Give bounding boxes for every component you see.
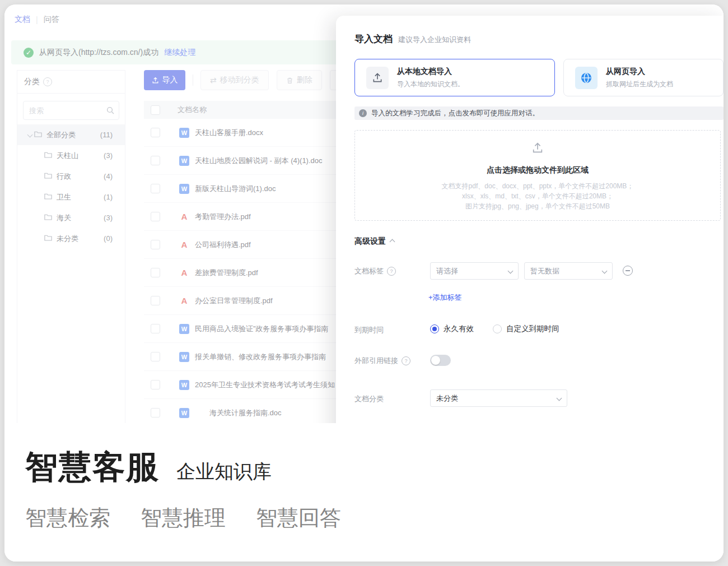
row-checkbox[interactable]	[151, 296, 160, 305]
radio-custom-expire[interactable]	[493, 324, 502, 333]
help-icon	[387, 267, 396, 276]
folder-icon	[44, 172, 52, 180]
document-name: 差旅费管理制度.pdf	[195, 268, 258, 278]
category-label: 天柱山	[57, 151, 78, 161]
doc-category-label: 文档分类	[354, 394, 384, 404]
row-checkbox[interactable]	[151, 156, 160, 165]
document-name: 天柱山地质公园解说词 - 副本 (4)(1).doc	[195, 156, 323, 166]
row-checkbox[interactable]	[151, 240, 160, 249]
category-label: 海关	[57, 213, 71, 223]
hero-tagline: 智慧回答	[256, 504, 341, 532]
category-count: (1)	[104, 193, 113, 201]
word-file-icon: W	[179, 380, 189, 390]
expire-options: 永久有效 自定义到期时间	[430, 324, 559, 334]
select-all-checkbox[interactable]	[151, 105, 160, 115]
tag-key-select[interactable]: 请选择	[430, 262, 519, 280]
search-input[interactable]	[28, 106, 106, 115]
continue-link[interactable]: 继续处理	[164, 48, 195, 58]
sidebar-item-category[interactable]: 天柱山(3)	[17, 145, 125, 166]
radio-permanent[interactable]	[430, 324, 439, 333]
search-icon	[106, 106, 114, 114]
web-import-card[interactable]: 从网页导入 抓取网址后生成为文档	[563, 59, 724, 96]
word-file-icon: W	[179, 408, 189, 418]
web-card-title: 从网页导入	[606, 67, 673, 77]
folder-icon	[44, 214, 52, 222]
category-sidebar: 分类 全部分类(11)天柱山(3)行政(4)卫生(1)海关(3)未分类(0)	[17, 70, 125, 423]
remove-tag-icon[interactable]	[623, 266, 633, 276]
sidebar-item-category[interactable]: 海关(3)	[17, 207, 125, 228]
dropzone-hints: 文档支持pdf、doc、docx、ppt、pptx，单个文件不超过200MB；x…	[355, 181, 720, 211]
row-checkbox[interactable]	[151, 324, 160, 333]
tab-qa[interactable]: 问答	[44, 15, 59, 25]
info-icon	[359, 109, 367, 117]
move-to-category-button[interactable]: ⇄ 移动到分类	[200, 70, 269, 90]
category-label: 卫生	[57, 192, 71, 202]
sidebar-item-category[interactable]: 未分类(0)	[17, 228, 125, 249]
doc-tag-label: 文档标签	[354, 266, 396, 276]
folder-icon	[34, 131, 42, 139]
help-icon	[402, 356, 410, 365]
folder-icon	[44, 193, 52, 201]
modal-title: 导入文档	[354, 33, 393, 45]
import-source-cards: 从本地文档导入 导入本地的知识文档。 从网页导入 抓取网址后生成为文档	[354, 59, 724, 96]
category-count: (3)	[104, 214, 113, 222]
trash-icon	[286, 77, 293, 84]
tab-documents[interactable]: 文档	[15, 15, 30, 25]
web-card-desc: 抓取网址后生成为文档	[606, 80, 673, 89]
upload-icon	[366, 67, 389, 89]
document-name: 海关统计服务指南.doc	[209, 408, 282, 418]
word-file-icon: W	[179, 156, 189, 166]
file-dropzone[interactable]: 点击选择或拖动文件到此区域 文档支持pdf、doc、docx、ppt、pptx，…	[354, 130, 721, 221]
word-file-icon: W	[179, 184, 189, 194]
delete-button[interactable]: 删除	[277, 70, 322, 90]
sidebar-item-category[interactable]: 卫生(1)	[17, 187, 125, 207]
document-name: 新版天柱山导游词(1).doc	[195, 184, 276, 194]
sidebar-item-category[interactable]: 全部分类(11)	[17, 124, 125, 145]
document-name: 民用商品入境验证”政务服务事项办事指南	[195, 324, 328, 334]
chevron-down-icon	[557, 396, 562, 401]
add-tag-link[interactable]: +添加标签	[428, 293, 462, 303]
help-icon	[43, 77, 52, 86]
category-count: (11)	[100, 131, 113, 139]
document-name: 天柱山客服手册.docx	[195, 128, 263, 138]
external-link-toggle[interactable]	[430, 355, 451, 366]
row-checkbox[interactable]	[151, 380, 160, 389]
modal-subtitle: 建议导入企业知识资料	[398, 35, 471, 45]
tag-value-select[interactable]: 暂无数据	[524, 262, 613, 280]
sidebar-header: 分类	[17, 71, 125, 94]
word-file-icon: W	[179, 128, 189, 138]
advanced-settings-toggle[interactable]: 高级设置	[354, 236, 394, 247]
category-search[interactable]	[23, 101, 119, 120]
folder-icon	[44, 151, 52, 160]
dropzone-title: 点击选择或拖动文件到此区域	[355, 165, 720, 175]
success-message: 从网页导入(http://tzs.com.cn/)成功	[39, 48, 158, 58]
custom-expire-option-label: 自定义到期时间	[506, 324, 559, 334]
external-link-label: 外部引用链接	[354, 356, 410, 366]
hero-title: 智慧客服	[25, 446, 160, 489]
row-checkbox[interactable]	[151, 352, 160, 361]
document-name: 公司福利待遇.pdf	[195, 240, 251, 250]
row-checkbox[interactable]	[151, 212, 160, 221]
hero-banner: 智慧客服 企业知识库 智慧检索智慧推理智慧回答	[4, 423, 724, 562]
row-checkbox[interactable]	[151, 408, 160, 417]
chevron-up-icon	[390, 239, 395, 244]
category-tree: 全部分类(11)天柱山(3)行政(4)卫生(1)海关(3)未分类(0)	[17, 124, 125, 249]
toolbar-divider	[193, 75, 193, 86]
row-checkbox[interactable]	[151, 268, 160, 277]
import-button[interactable]: 导入	[144, 70, 185, 90]
local-import-card[interactable]: 从本地文档导入 导入本地的知识文档。	[354, 59, 555, 96]
row-checkbox[interactable]	[151, 184, 160, 193]
local-card-desc: 导入本地的知识文档。	[397, 80, 464, 89]
sidebar-item-category[interactable]: 行政(4)	[17, 166, 125, 187]
doc-category-select[interactable]: 未分类	[430, 389, 567, 407]
hero-subtitle: 企业知识库	[176, 459, 272, 485]
sidebar-title: 分类	[24, 77, 40, 87]
row-checkbox[interactable]	[151, 128, 160, 137]
document-name: 考勤管理办法.pdf	[195, 212, 251, 222]
top-tabs: 文档 | 问答	[15, 15, 59, 25]
local-card-title: 从本地文档导入	[397, 67, 464, 77]
name-column-header: 文档名称	[178, 105, 207, 115]
upload-icon	[152, 77, 159, 84]
category-count: (3)	[104, 151, 113, 160]
chevron-down-icon	[27, 132, 32, 138]
